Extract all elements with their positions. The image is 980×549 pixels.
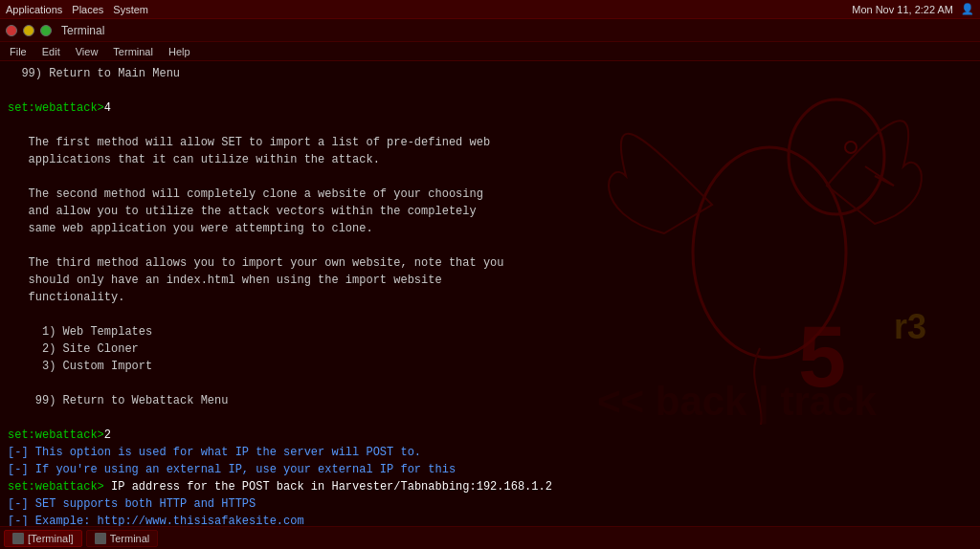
terminal-line: The third method allows you to import yo… bbox=[8, 254, 972, 272]
terminal-line bbox=[8, 168, 972, 186]
window-minimize-button[interactable] bbox=[23, 25, 34, 36]
terminal-main: 5 r3 << back | track 99) Return to Main … bbox=[0, 61, 980, 526]
taskbar-label-1: [Terminal] bbox=[28, 533, 74, 544]
terminal-line: [-] Example: http://www.thisisafakesite.… bbox=[8, 513, 972, 526]
terminal-line: same web application you were attempting… bbox=[8, 220, 972, 237]
terminal-content[interactable]: 99) Return to Main Menu set:webattack>4 … bbox=[0, 61, 980, 526]
terminal-line: should only have an index.html when usin… bbox=[8, 272, 972, 289]
menu-help[interactable]: Help bbox=[163, 46, 196, 57]
user-icon: 👤 bbox=[961, 3, 974, 15]
menu-bar: File Edit View Terminal Help bbox=[0, 42, 980, 61]
applications-menu[interactable]: Applications bbox=[6, 4, 62, 15]
menu-edit[interactable]: Edit bbox=[36, 46, 66, 57]
terminal-line bbox=[8, 117, 972, 134]
terminal-line: The second method will completely clone … bbox=[8, 186, 972, 203]
terminal-line: applications that it can utilize within … bbox=[8, 151, 972, 168]
datetime-display: Mon Nov 11, 2:22 AM bbox=[852, 4, 953, 15]
terminal-line bbox=[8, 237, 972, 254]
menu-file[interactable]: File bbox=[4, 46, 33, 57]
terminal-line bbox=[8, 409, 972, 427]
places-menu[interactable]: Places bbox=[72, 4, 103, 15]
system-bar-right: Mon Nov 11, 2:22 AM 👤 bbox=[852, 3, 974, 15]
terminal-line: set:webattack>4 bbox=[8, 99, 972, 117]
window-close-button[interactable] bbox=[6, 25, 17, 36]
terminal-icon bbox=[12, 533, 24, 544]
terminal-line bbox=[8, 306, 972, 323]
terminal-line: functionality. bbox=[8, 289, 972, 306]
menu-terminal[interactable]: Terminal bbox=[107, 46, 159, 57]
terminal-line: set:webattack> IP address for the POST b… bbox=[8, 478, 972, 495]
terminal-line bbox=[8, 375, 972, 392]
terminal-line: 3) Custom Import bbox=[8, 358, 972, 375]
window-maximize-button[interactable] bbox=[40, 25, 52, 36]
window-title: Terminal bbox=[61, 24, 104, 37]
terminal-line bbox=[8, 82, 972, 99]
terminal-line: and allow you to utilize the attack vect… bbox=[8, 203, 972, 220]
system-bar: Applications Places System Mon Nov 11, 2… bbox=[0, 0, 980, 19]
terminal-line: [-] This option is used for what IP the … bbox=[8, 444, 972, 461]
terminal-line: 2) Site Cloner bbox=[8, 340, 972, 358]
title-bar: Terminal bbox=[0, 19, 980, 42]
taskbar-item-terminal1[interactable]: [Terminal] bbox=[4, 530, 82, 547]
taskbar-item-terminal2[interactable]: Terminal bbox=[86, 530, 159, 547]
terminal-line: [-] SET supports both HTTP and HTTPS bbox=[8, 495, 972, 513]
system-bar-left: Applications Places System bbox=[6, 4, 148, 15]
terminal-line: 1) Web Templates bbox=[8, 323, 972, 340]
terminal-line: set:webattack>2 bbox=[8, 427, 972, 444]
menu-view[interactable]: View bbox=[70, 46, 104, 57]
terminal-line: 99) Return to Webattack Menu bbox=[8, 392, 972, 409]
taskbar-label-2: Terminal bbox=[110, 533, 150, 544]
taskbar: [Terminal] Terminal bbox=[0, 526, 980, 549]
system-menu[interactable]: System bbox=[113, 4, 148, 15]
terminal-line: 99) Return to Main Menu bbox=[8, 65, 972, 82]
terminal-icon-2 bbox=[95, 533, 106, 544]
terminal-line: [-] If you're using an external IP, use … bbox=[8, 461, 972, 478]
terminal-line: The first method will allow SET to impor… bbox=[8, 134, 972, 151]
